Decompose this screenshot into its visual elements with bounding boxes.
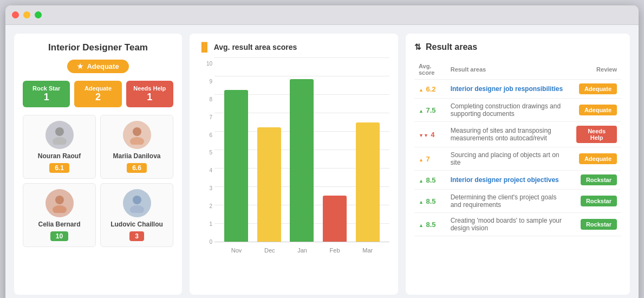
area-text-0: Interior designer job responsibilities: [446, 80, 573, 99]
review-btn-5[interactable]: Rockstar: [581, 196, 617, 206]
table-row-3: ▲ 7Sourcing and placing of objects art o…: [414, 147, 621, 171]
svg-point-5: [53, 205, 67, 213]
adequate-label: Adequate: [77, 85, 118, 92]
bar-dec-rect: [257, 127, 281, 242]
right-title-text: Result areas: [426, 42, 477, 52]
score-value-6: ▲ 8.5: [419, 221, 436, 229]
col-avg-score: Avg. score: [414, 60, 446, 80]
table-row-6: ▲ 8.5Creating 'mood boards' to sample yo…: [414, 213, 621, 236]
bar-nov-rect: [224, 90, 248, 242]
adequate-stat: Adequate 2: [74, 81, 121, 107]
team-title: Interior Designer Team: [23, 42, 173, 53]
review-btn-1[interactable]: Adequate: [579, 105, 617, 115]
team-card-0: Nouran Raouf 6.1: [23, 115, 96, 179]
bar-dec: [257, 127, 281, 242]
area-text-2: Measuring of sites and transposing measu…: [446, 122, 573, 147]
member-score-0: 6.1: [49, 163, 69, 173]
team-card-3: Ludovic Chaillou 3: [100, 183, 173, 247]
middle-panel: ▐▌ Avg. result area scores 10 9 8 7 6 5 …: [190, 34, 398, 295]
bars-container: [214, 57, 389, 242]
x-axis-labels: Nov Dec Jan Feb Mar: [214, 243, 389, 258]
review-cell-1: Adequate: [572, 99, 621, 122]
maximize-button[interactable]: [35, 11, 42, 18]
svg-point-6: [133, 196, 141, 204]
team-card-2: Celia Bernard 10: [23, 183, 96, 247]
right-panel-title: ⇅ Result areas: [414, 42, 621, 52]
x-label-dec: Dec: [264, 247, 275, 254]
y-label-2: 2: [198, 203, 214, 209]
adequate-badge: ★ Adequate: [67, 60, 128, 73]
review-btn-6[interactable]: Rockstar: [581, 219, 617, 230]
col-result-areas: Result areas: [446, 60, 573, 80]
svg-point-1: [53, 137, 67, 145]
x-label-mar: Mar: [362, 247, 373, 254]
avg-score-3: ▲ 7: [414, 147, 446, 171]
bar-mar: [356, 122, 380, 242]
close-button[interactable]: [12, 11, 19, 18]
review-btn-4[interactable]: Rockstar: [581, 174, 617, 185]
needshelp-stat: Needs Help 1: [126, 81, 173, 107]
area-text-5: Determining the client's project goals a…: [446, 190, 573, 213]
review-btn-3[interactable]: Adequate: [579, 153, 617, 164]
avg-score-5: ▲ 8.5: [414, 190, 446, 213]
main-content: Interior Designer Team ★ Adequate Rock S…: [5, 25, 639, 298]
avg-score-1: ▲ 7.5: [414, 99, 446, 122]
area-text-4: Interior designer project objectives: [446, 171, 573, 190]
avatar-0: [45, 121, 74, 149]
avg-score-6: ▲ 8.5: [414, 213, 446, 236]
member-score-1: 6.6: [127, 163, 147, 173]
y-label-4: 4: [198, 167, 214, 173]
table-header-row: Avg. score Result areas Review: [414, 60, 621, 80]
area-text-6: Creating 'mood boards' to sample your de…: [446, 213, 573, 236]
y-label-10: 10: [198, 61, 214, 67]
result-areas-table: Avg. score Result areas Review ▲ 6.2Inte…: [414, 60, 621, 236]
app-window: Interior Designer Team ★ Adequate Rock S…: [5, 5, 639, 298]
rockstar-count: 1: [26, 92, 67, 103]
star-icon: ★: [77, 62, 83, 70]
bar-nov: [224, 90, 248, 242]
score-value-5: ▲ 8.5: [419, 197, 436, 205]
review-cell-3: Adequate: [572, 147, 621, 171]
avatar-2: [45, 189, 74, 217]
review-cell-0: Adequate: [572, 80, 621, 99]
chart-title: ▐▌ Avg. result area scores: [198, 42, 389, 52]
table-row-4: ▲ 8.5Interior designer project objective…: [414, 171, 621, 190]
svg-point-2: [133, 127, 141, 136]
team-grid: Nouran Raouf 6.1 Mariia Danilova 6.6: [23, 115, 173, 247]
minimize-button[interactable]: [23, 11, 30, 18]
svg-point-7: [130, 205, 144, 213]
svg-point-3: [130, 137, 144, 145]
table-row-1: ▲ 7.5Completing construction drawings an…: [414, 99, 621, 122]
bar-mar-rect: [356, 122, 380, 242]
member-name-3: Ludovic Chaillou: [105, 221, 168, 228]
x-label-nov: Nov: [231, 247, 242, 254]
svg-point-4: [55, 196, 64, 204]
score-value-0: ▲ 6.2: [419, 85, 436, 93]
y-label-0: 0: [198, 238, 214, 244]
review-btn-2[interactable]: Needs Help: [576, 126, 617, 143]
bar-feb: [323, 196, 347, 242]
rockstar-label: Rock Star: [26, 85, 67, 92]
svg-point-0: [55, 127, 64, 136]
area-text-1: Completing construction drawings and sup…: [446, 99, 573, 122]
chart-title-text: Avg. result area scores: [214, 43, 297, 51]
score-value-3: ▲ 7: [419, 155, 430, 163]
filter-icon: ⇅: [414, 42, 421, 52]
score-value-4: ▲ 8.5: [419, 176, 436, 184]
stats-row: Rock Star 1 Adequate 2 Needs Help 1: [23, 81, 173, 107]
y-label-7: 7: [198, 114, 214, 120]
chart-area: 10 9 8 7 6 5 4 3 2 1 0: [198, 57, 389, 258]
avatar-1: [123, 121, 151, 149]
y-label-1: 1: [198, 221, 214, 227]
needshelp-count: 1: [129, 92, 170, 103]
adequate-count: 2: [77, 92, 118, 103]
y-label-6: 6: [198, 132, 214, 138]
avatar-3: [123, 189, 151, 217]
review-btn-0[interactable]: Adequate: [579, 83, 617, 94]
score-value-1: ▲ 7.5: [419, 106, 436, 114]
table-row-5: ▲ 8.5Determining the client's project go…: [414, 190, 621, 213]
y-label-9: 9: [198, 78, 214, 84]
table-row-2: ▼▼ 4Measuring of sites and transposing m…: [414, 122, 621, 147]
member-score-3: 3: [129, 231, 144, 241]
needshelp-label: Needs Help: [129, 85, 170, 92]
